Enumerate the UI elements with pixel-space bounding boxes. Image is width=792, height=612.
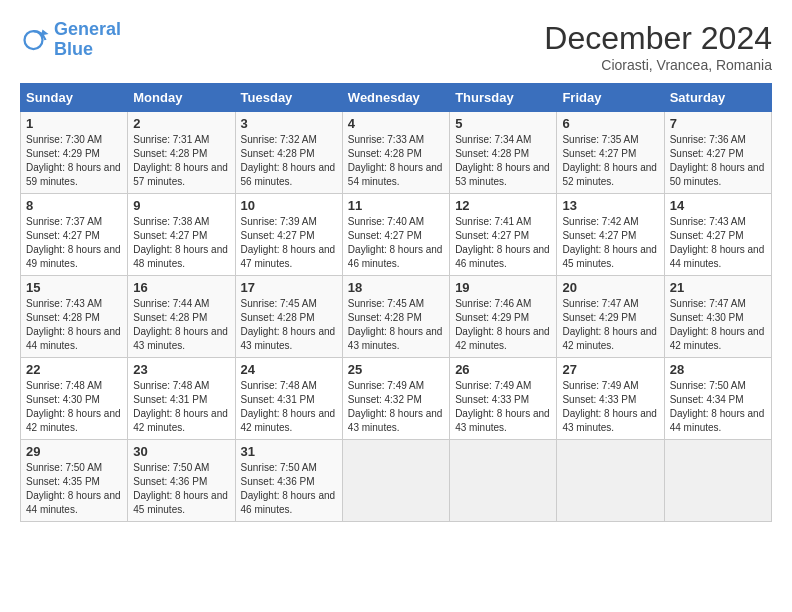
day-number: 26 — [455, 362, 551, 377]
day-info: Sunrise: 7:50 AMSunset: 4:36 PMDaylight:… — [133, 461, 229, 517]
day-info: Sunrise: 7:47 AMSunset: 4:30 PMDaylight:… — [670, 297, 766, 353]
day-number: 23 — [133, 362, 229, 377]
day-info: Sunrise: 7:41 AMSunset: 4:27 PMDaylight:… — [455, 215, 551, 271]
day-info: Sunrise: 7:50 AMSunset: 4:35 PMDaylight:… — [26, 461, 122, 517]
day-number: 9 — [133, 198, 229, 213]
day-info: Sunrise: 7:35 AMSunset: 4:27 PMDaylight:… — [562, 133, 658, 189]
day-info: Sunrise: 7:31 AMSunset: 4:28 PMDaylight:… — [133, 133, 229, 189]
day-number: 28 — [670, 362, 766, 377]
day-number: 30 — [133, 444, 229, 459]
logo-text: General Blue — [54, 20, 121, 60]
day-info: Sunrise: 7:40 AMSunset: 4:27 PMDaylight:… — [348, 215, 444, 271]
calendar-cell: 24Sunrise: 7:48 AMSunset: 4:31 PMDayligh… — [235, 358, 342, 440]
calendar-cell: 9Sunrise: 7:38 AMSunset: 4:27 PMDaylight… — [128, 194, 235, 276]
day-number: 15 — [26, 280, 122, 295]
day-number: 19 — [455, 280, 551, 295]
calendar-cell: 8Sunrise: 7:37 AMSunset: 4:27 PMDaylight… — [21, 194, 128, 276]
day-info: Sunrise: 7:43 AMSunset: 4:27 PMDaylight:… — [670, 215, 766, 271]
calendar-week-1: 1Sunrise: 7:30 AMSunset: 4:29 PMDaylight… — [21, 112, 772, 194]
calendar-cell: 21Sunrise: 7:47 AMSunset: 4:30 PMDayligh… — [664, 276, 771, 358]
day-number: 27 — [562, 362, 658, 377]
calendar-week-5: 29Sunrise: 7:50 AMSunset: 4:35 PMDayligh… — [21, 440, 772, 522]
day-number: 8 — [26, 198, 122, 213]
calendar-cell: 28Sunrise: 7:50 AMSunset: 4:34 PMDayligh… — [664, 358, 771, 440]
calendar-cell: 5Sunrise: 7:34 AMSunset: 4:28 PMDaylight… — [450, 112, 557, 194]
day-info: Sunrise: 7:46 AMSunset: 4:29 PMDaylight:… — [455, 297, 551, 353]
day-number: 11 — [348, 198, 444, 213]
day-info: Sunrise: 7:44 AMSunset: 4:28 PMDaylight:… — [133, 297, 229, 353]
header-cell-tuesday: Tuesday — [235, 84, 342, 112]
header-row: SundayMondayTuesdayWednesdayThursdayFrid… — [21, 84, 772, 112]
day-number: 13 — [562, 198, 658, 213]
day-number: 14 — [670, 198, 766, 213]
calendar-cell: 7Sunrise: 7:36 AMSunset: 4:27 PMDaylight… — [664, 112, 771, 194]
calendar-cell — [450, 440, 557, 522]
calendar-table: SundayMondayTuesdayWednesdayThursdayFrid… — [20, 83, 772, 522]
logo-icon — [20, 25, 50, 55]
calendar-cell: 31Sunrise: 7:50 AMSunset: 4:36 PMDayligh… — [235, 440, 342, 522]
day-number: 31 — [241, 444, 337, 459]
page-header: General Blue December 2024 Ciorasti, Vra… — [20, 20, 772, 73]
calendar-cell: 14Sunrise: 7:43 AMSunset: 4:27 PMDayligh… — [664, 194, 771, 276]
calendar-cell: 29Sunrise: 7:50 AMSunset: 4:35 PMDayligh… — [21, 440, 128, 522]
day-info: Sunrise: 7:49 AMSunset: 4:33 PMDaylight:… — [455, 379, 551, 435]
day-info: Sunrise: 7:49 AMSunset: 4:32 PMDaylight:… — [348, 379, 444, 435]
logo: General Blue — [20, 20, 121, 60]
calendar-cell: 30Sunrise: 7:50 AMSunset: 4:36 PMDayligh… — [128, 440, 235, 522]
calendar-cell: 22Sunrise: 7:48 AMSunset: 4:30 PMDayligh… — [21, 358, 128, 440]
day-info: Sunrise: 7:47 AMSunset: 4:29 PMDaylight:… — [562, 297, 658, 353]
day-info: Sunrise: 7:30 AMSunset: 4:29 PMDaylight:… — [26, 133, 122, 189]
calendar-cell: 17Sunrise: 7:45 AMSunset: 4:28 PMDayligh… — [235, 276, 342, 358]
day-info: Sunrise: 7:34 AMSunset: 4:28 PMDaylight:… — [455, 133, 551, 189]
day-info: Sunrise: 7:36 AMSunset: 4:27 PMDaylight:… — [670, 133, 766, 189]
day-info: Sunrise: 7:45 AMSunset: 4:28 PMDaylight:… — [241, 297, 337, 353]
calendar-cell: 6Sunrise: 7:35 AMSunset: 4:27 PMDaylight… — [557, 112, 664, 194]
calendar-cell: 10Sunrise: 7:39 AMSunset: 4:27 PMDayligh… — [235, 194, 342, 276]
day-number: 4 — [348, 116, 444, 131]
day-info: Sunrise: 7:43 AMSunset: 4:28 PMDaylight:… — [26, 297, 122, 353]
calendar-cell: 26Sunrise: 7:49 AMSunset: 4:33 PMDayligh… — [450, 358, 557, 440]
calendar-cell: 13Sunrise: 7:42 AMSunset: 4:27 PMDayligh… — [557, 194, 664, 276]
day-number: 21 — [670, 280, 766, 295]
calendar-cell: 19Sunrise: 7:46 AMSunset: 4:29 PMDayligh… — [450, 276, 557, 358]
calendar-cell — [342, 440, 449, 522]
location-subtitle: Ciorasti, Vrancea, Romania — [544, 57, 772, 73]
day-info: Sunrise: 7:38 AMSunset: 4:27 PMDaylight:… — [133, 215, 229, 271]
calendar-week-4: 22Sunrise: 7:48 AMSunset: 4:30 PMDayligh… — [21, 358, 772, 440]
header-cell-saturday: Saturday — [664, 84, 771, 112]
day-info: Sunrise: 7:48 AMSunset: 4:30 PMDaylight:… — [26, 379, 122, 435]
day-number: 16 — [133, 280, 229, 295]
calendar-cell: 2Sunrise: 7:31 AMSunset: 4:28 PMDaylight… — [128, 112, 235, 194]
day-number: 6 — [562, 116, 658, 131]
day-number: 18 — [348, 280, 444, 295]
calendar-cell — [664, 440, 771, 522]
calendar-cell: 20Sunrise: 7:47 AMSunset: 4:29 PMDayligh… — [557, 276, 664, 358]
day-info: Sunrise: 7:33 AMSunset: 4:28 PMDaylight:… — [348, 133, 444, 189]
day-info: Sunrise: 7:49 AMSunset: 4:33 PMDaylight:… — [562, 379, 658, 435]
day-info: Sunrise: 7:50 AMSunset: 4:34 PMDaylight:… — [670, 379, 766, 435]
calendar-cell — [557, 440, 664, 522]
header-cell-sunday: Sunday — [21, 84, 128, 112]
calendar-cell: 27Sunrise: 7:49 AMSunset: 4:33 PMDayligh… — [557, 358, 664, 440]
day-number: 10 — [241, 198, 337, 213]
title-block: December 2024 Ciorasti, Vrancea, Romania — [544, 20, 772, 73]
calendar-cell: 1Sunrise: 7:30 AMSunset: 4:29 PMDaylight… — [21, 112, 128, 194]
header-cell-wednesday: Wednesday — [342, 84, 449, 112]
day-info: Sunrise: 7:32 AMSunset: 4:28 PMDaylight:… — [241, 133, 337, 189]
day-number: 24 — [241, 362, 337, 377]
day-info: Sunrise: 7:42 AMSunset: 4:27 PMDaylight:… — [562, 215, 658, 271]
calendar-header: SundayMondayTuesdayWednesdayThursdayFrid… — [21, 84, 772, 112]
calendar-week-3: 15Sunrise: 7:43 AMSunset: 4:28 PMDayligh… — [21, 276, 772, 358]
calendar-cell: 15Sunrise: 7:43 AMSunset: 4:28 PMDayligh… — [21, 276, 128, 358]
calendar-cell: 4Sunrise: 7:33 AMSunset: 4:28 PMDaylight… — [342, 112, 449, 194]
calendar-cell: 16Sunrise: 7:44 AMSunset: 4:28 PMDayligh… — [128, 276, 235, 358]
calendar-week-2: 8Sunrise: 7:37 AMSunset: 4:27 PMDaylight… — [21, 194, 772, 276]
day-info: Sunrise: 7:39 AMSunset: 4:27 PMDaylight:… — [241, 215, 337, 271]
day-number: 17 — [241, 280, 337, 295]
day-number: 29 — [26, 444, 122, 459]
svg-marker-1 — [41, 29, 49, 35]
day-info: Sunrise: 7:50 AMSunset: 4:36 PMDaylight:… — [241, 461, 337, 517]
calendar-cell: 25Sunrise: 7:49 AMSunset: 4:32 PMDayligh… — [342, 358, 449, 440]
header-cell-friday: Friday — [557, 84, 664, 112]
month-title: December 2024 — [544, 20, 772, 57]
